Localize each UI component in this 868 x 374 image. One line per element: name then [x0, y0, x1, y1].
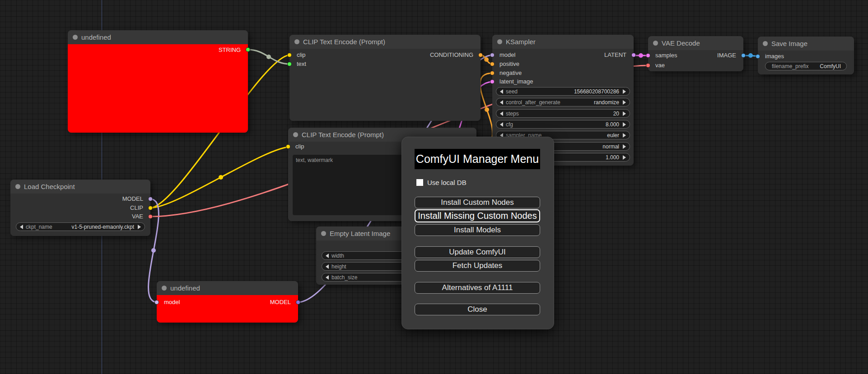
- collapse-dot-icon[interactable]: [653, 41, 658, 46]
- widget-value[interactable]: randomize: [594, 99, 619, 106]
- output-port-string[interactable]: [246, 47, 250, 52]
- decrement-arrow-icon[interactable]: [326, 254, 329, 258]
- wire-dot-string-to-text[interactable]: [266, 55, 271, 59]
- widget-control-after-generate[interactable]: control_after_generate randomize: [496, 98, 630, 106]
- node-header[interactable]: CLIP Text Encode (Prompt): [289, 35, 481, 49]
- output-port-vae[interactable]: [148, 214, 153, 219]
- widget-steps[interactable]: steps 20: [496, 109, 630, 118]
- increment-arrow-icon[interactable]: [623, 111, 626, 116]
- output-port-latent[interactable]: [631, 53, 636, 57]
- node-graph-canvas[interactable]: undefined STRING CLIP Text Encode (Promp…: [0, 0, 868, 374]
- widget-filename-prefix[interactable]: filename_prefix ComfyUI: [765, 62, 847, 70]
- widget-seed[interactable]: seed 156680208700286: [496, 87, 630, 96]
- widget-value[interactable]: 156680208700286: [574, 88, 619, 95]
- input-port-clip[interactable]: [286, 144, 290, 149]
- input-port-samples[interactable]: [646, 53, 650, 58]
- output-port-clip[interactable]: [148, 206, 153, 210]
- increment-arrow-icon[interactable]: [623, 89, 626, 94]
- input-label-model: model: [499, 51, 515, 59]
- input-port-text[interactable]: [287, 62, 292, 66]
- input-port-images[interactable]: [756, 54, 760, 59]
- wire-dot-model-to-undefined[interactable]: [151, 248, 156, 253]
- increment-arrow-icon[interactable]: [623, 100, 626, 105]
- input-port-vae[interactable]: [646, 63, 650, 68]
- widget-width[interactable]: width: [322, 251, 407, 260]
- update-comfyui-button[interactable]: Update ComfyUI: [415, 246, 540, 258]
- increment-arrow-icon[interactable]: [623, 155, 626, 160]
- alternatives-of-a1111-button[interactable]: Alternatives of A1111: [415, 282, 540, 294]
- node-undefined-bottom[interactable]: undefined model MODEL: [157, 281, 298, 323]
- collapse-dot-icon[interactable]: [162, 286, 167, 291]
- increment-arrow-icon[interactable]: [623, 144, 626, 149]
- node-header[interactable]: VAE Decode: [648, 36, 743, 50]
- node-header[interactable]: Empty Latent Image: [316, 226, 411, 240]
- widget-value[interactable]: 1.000: [606, 154, 619, 161]
- output-port-model[interactable]: [296, 300, 300, 305]
- node-clip-text-encode-1[interactable]: CLIP Text Encode (Prompt) clip text COND…: [289, 35, 481, 121]
- decrement-arrow-icon[interactable]: [500, 111, 503, 116]
- node-header[interactable]: Load Checkpoint: [10, 180, 150, 194]
- wire-dot-clip-to-clip2[interactable]: [219, 175, 223, 180]
- node-header[interactable]: undefined: [157, 281, 298, 295]
- decrement-arrow-icon[interactable]: [500, 122, 503, 127]
- node-save-image[interactable]: Save Image images filename_prefix ComfyU…: [758, 37, 854, 74]
- input-port-negative[interactable]: [490, 71, 495, 75]
- output-label-image: IMAGE: [717, 52, 736, 59]
- fetch-updates-button[interactable]: Fetch Updates: [415, 260, 540, 272]
- decrement-arrow-icon[interactable]: [326, 275, 329, 280]
- output-port-image[interactable]: [741, 53, 746, 58]
- widget-ckpt-name[interactable]: ckpt_name v1-5-pruned-emaonly.ckpt: [16, 222, 145, 231]
- increment-arrow-icon[interactable]: [138, 225, 141, 229]
- input-port-positive[interactable]: [490, 62, 495, 66]
- increment-arrow-icon[interactable]: [623, 133, 626, 138]
- node-body: [289, 49, 481, 121]
- input-port-clip[interactable]: [287, 53, 292, 57]
- widget-value[interactable]: v1-5-pruned-emaonly.ckpt: [71, 224, 134, 230]
- node-header[interactable]: undefined: [68, 30, 248, 44]
- use-local-db-checkbox[interactable]: [416, 179, 423, 186]
- install-custom-nodes-button[interactable]: Install Custom Nodes: [415, 197, 540, 208]
- decrement-arrow-icon[interactable]: [500, 89, 503, 94]
- wire-dot-cond1-to-positive[interactable]: [484, 57, 489, 62]
- input-port-latent-image[interactable]: [490, 79, 495, 84]
- decrement-arrow-icon[interactable]: [326, 264, 329, 269]
- decrement-arrow-icon[interactable]: [500, 100, 503, 105]
- widget-value[interactable]: 8.000: [606, 121, 619, 128]
- decrement-arrow-icon[interactable]: [20, 225, 23, 229]
- collapse-dot-icon[interactable]: [294, 39, 299, 44]
- collapse-dot-icon[interactable]: [763, 41, 768, 46]
- widget-value[interactable]: euler: [607, 132, 619, 139]
- collapse-dot-icon[interactable]: [293, 132, 298, 137]
- wire-dot-image-to-images[interactable]: [748, 53, 753, 58]
- close-button[interactable]: Close: [415, 304, 540, 315]
- node-title: VAE Decode: [662, 36, 700, 50]
- output-port-conditioning[interactable]: [478, 53, 483, 57]
- increment-arrow-icon[interactable]: [623, 122, 626, 127]
- collapse-dot-icon[interactable]: [73, 35, 78, 40]
- collapse-dot-icon[interactable]: [15, 184, 20, 189]
- wire-dot-cond2-to-negative[interactable]: [485, 107, 489, 112]
- widget-label: control_after_generate: [506, 99, 560, 106]
- collapse-dot-icon[interactable]: [497, 39, 502, 44]
- node-header[interactable]: Save Image: [758, 37, 854, 51]
- node-vae-decode[interactable]: VAE Decode samples vae IMAGE: [648, 36, 743, 71]
- output-port-model[interactable]: [148, 197, 153, 201]
- node-load-checkpoint[interactable]: Load Checkpoint MODEL CLIP VAE ckpt_name…: [10, 180, 150, 236]
- node-empty-latent-image[interactable]: Empty Latent Image width height batch_si…: [316, 226, 411, 285]
- install-missing-custom-nodes-button[interactable]: Install Missing Custom Nodes: [415, 209, 540, 222]
- widget-height[interactable]: height: [322, 262, 407, 271]
- widget-label: filename_prefix: [772, 63, 808, 69]
- node-header[interactable]: KSampler: [492, 35, 634, 49]
- input-port-model[interactable]: [154, 300, 159, 305]
- input-port-model[interactable]: [490, 53, 495, 57]
- widget-batch-size[interactable]: batch_size: [322, 273, 407, 282]
- node-title: Load Checkpoint: [24, 180, 75, 194]
- widget-cfg[interactable]: cfg 8.000: [496, 120, 630, 129]
- widget-value[interactable]: 20: [613, 111, 619, 117]
- install-models-button[interactable]: Install Models: [415, 224, 540, 236]
- wire-dot-latent-to-samples[interactable]: [639, 53, 643, 58]
- widget-value[interactable]: normal: [602, 143, 619, 150]
- widget-value[interactable]: ComfyUI: [820, 63, 841, 69]
- collapse-dot-icon[interactable]: [321, 231, 326, 236]
- node-undefined-top[interactable]: undefined STRING: [68, 30, 248, 133]
